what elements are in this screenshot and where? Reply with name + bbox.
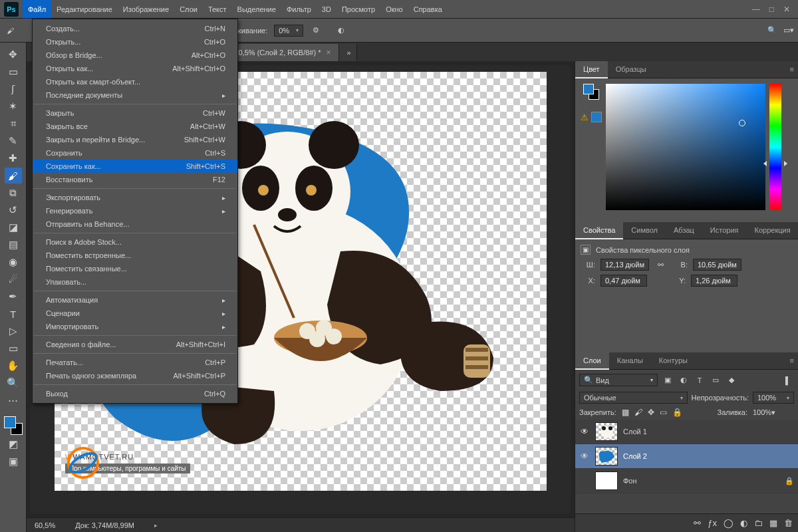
brush-preset-icon[interactable]: 🖌: [4, 25, 16, 37]
move-tool[interactable]: ✥: [5, 47, 22, 63]
tab-paths[interactable]: Контуры: [651, 352, 696, 369]
link-layers-icon[interactable]: ⚯: [694, 518, 701, 528]
file-menu-item[interactable]: Отправить на Behance...: [33, 217, 237, 231]
blur-tool[interactable]: ◉: [5, 254, 22, 270]
lasso-tool[interactable]: ʃ: [5, 81, 22, 97]
link-icon[interactable]: ⚯: [654, 261, 668, 269]
minimize-icon[interactable]: —: [752, 5, 760, 14]
color-field[interactable]: [606, 84, 765, 210]
maximize-icon[interactable]: □: [769, 5, 774, 14]
tab-swatches[interactable]: Образцы: [608, 61, 654, 78]
screen-mode-icon[interactable]: ▣: [5, 454, 22, 469]
quick-select-tool[interactable]: ✶: [5, 98, 22, 114]
menu-file[interactable]: Файл: [23, 0, 51, 18]
healing-tool[interactable]: ✚: [5, 150, 22, 166]
smoothing-field[interactable]: 0%▾: [274, 25, 303, 37]
file-menu-item[interactable]: Сведения о файле...Alt+Shift+Ctrl+I: [33, 338, 237, 351]
layer-name[interactable]: Фон: [623, 477, 637, 485]
menu-filter[interactable]: Фильтр: [281, 0, 317, 18]
layer-name[interactable]: Слой 1: [623, 428, 647, 436]
file-menu-item[interactable]: Печать одного экземпляраAlt+Shift+Ctrl+P: [33, 369, 237, 382]
filter-adjust-icon[interactable]: ◐: [678, 376, 690, 384]
file-menu-item[interactable]: Сохранить как...Shift+Ctrl+S: [33, 160, 237, 173]
tab-character[interactable]: Символ: [623, 222, 666, 239]
hand-tool[interactable]: ✋: [5, 358, 22, 374]
file-menu-item[interactable]: Открыть как смарт-объект...: [33, 75, 237, 88]
tab-close-icon[interactable]: ×: [326, 48, 331, 57]
file-menu-item[interactable]: Обзор в Bridge...Alt+Ctrl+O: [33, 49, 237, 62]
clone-tool[interactable]: ⧉: [5, 185, 22, 201]
lock-all-icon[interactable]: 🔒: [672, 408, 682, 417]
file-menu-item[interactable]: Создать...Ctrl+N: [33, 22, 237, 35]
eyedropper-tool[interactable]: ✎: [5, 133, 22, 149]
brush-tool[interactable]: 🖌: [5, 168, 22, 184]
layer-row[interactable]: 👁 Слой 2: [575, 444, 798, 469]
tab-paragraph[interactable]: Абзац: [666, 222, 702, 239]
workspace-icon[interactable]: ▭▾: [783, 26, 794, 35]
tab-overflow[interactable]: »: [339, 44, 357, 61]
layer-name[interactable]: Слой 2: [623, 452, 647, 460]
menu-text[interactable]: Текст: [203, 0, 232, 18]
menu-view[interactable]: Просмотр: [336, 0, 380, 18]
file-menu-item[interactable]: Открыть...Ctrl+O: [33, 35, 237, 49]
filter-toggle-icon[interactable]: ▌: [782, 376, 794, 384]
filter-pixel-icon[interactable]: ▣: [662, 376, 674, 384]
layer-filter-select[interactable]: 🔍Вид▾: [579, 374, 658, 386]
file-menu-item[interactable]: Закрыть и перейти в Bridge...Shift+Ctrl+…: [33, 133, 237, 146]
file-menu-item[interactable]: Открыть как...Alt+Shift+Ctrl+O: [33, 62, 237, 75]
tab-color[interactable]: Цвет: [575, 61, 608, 78]
file-menu-item[interactable]: Печатать...Ctrl+P: [33, 356, 237, 369]
group-icon[interactable]: 🗀: [754, 518, 763, 528]
crop-tool[interactable]: ⌗: [5, 116, 22, 132]
lock-artboard-icon[interactable]: ▭: [660, 408, 667, 417]
visibility-icon[interactable]: 👁: [579, 452, 590, 461]
height-field[interactable]: 10,65 дюйм: [693, 259, 741, 271]
file-menu-item[interactable]: ВыходCtrl+Q: [33, 387, 237, 400]
panel-menu-icon[interactable]: ≡: [786, 61, 798, 78]
lock-paint-icon[interactable]: 🖌: [634, 408, 642, 417]
marquee-tool[interactable]: ▭: [5, 64, 22, 80]
visibility-icon[interactable]: 👁: [579, 427, 590, 436]
type-tool[interactable]: T: [5, 306, 22, 322]
menu-edit[interactable]: Редактирование: [51, 0, 118, 18]
menu-3d[interactable]: 3D: [317, 0, 336, 18]
filter-smart-icon[interactable]: ◆: [726, 376, 737, 384]
nearest-color-chip[interactable]: [591, 112, 602, 122]
shape-tool[interactable]: ▭: [5, 340, 22, 356]
file-menu-item[interactable]: ЗакрытьCtrl+W: [33, 106, 237, 120]
tab-adjustments[interactable]: Коррекция: [747, 222, 798, 239]
adjustment-icon[interactable]: ◐: [740, 518, 747, 528]
layer-fill-field[interactable]: 100%▾: [753, 408, 794, 417]
more-tools[interactable]: ⋯: [5, 392, 22, 408]
layer-row[interactable]: Фон 🔒: [575, 469, 798, 493]
lock-trans-icon[interactable]: ▩: [622, 408, 629, 417]
menu-help[interactable]: Справка: [408, 0, 448, 18]
layer-row[interactable]: 👁 Слой 1: [575, 420, 798, 444]
smoothing-gear-icon[interactable]: ⚙: [310, 25, 322, 37]
pressure-size-icon[interactable]: ◐: [335, 25, 347, 37]
path-select-tool[interactable]: ▷: [5, 323, 22, 339]
tab-channels[interactable]: Каналы: [609, 352, 651, 369]
color-swatches[interactable]: [4, 416, 23, 435]
quick-mask-icon[interactable]: ◩: [5, 436, 22, 452]
filter-shape-icon[interactable]: ▭: [710, 376, 722, 384]
menu-image[interactable]: Изображение: [118, 0, 174, 18]
menu-window[interactable]: Окно: [380, 0, 408, 18]
zoom-level[interactable]: 60,5%: [35, 521, 55, 529]
x-field[interactable]: 0,47 дюйм: [600, 275, 647, 287]
pen-tool[interactable]: ✒: [5, 289, 22, 305]
panel-menu-icon[interactable]: ≡: [786, 352, 798, 369]
file-menu-item[interactable]: Генерировать: [33, 204, 237, 217]
file-menu-item[interactable]: Закрыть всеAlt+Ctrl+W: [33, 120, 237, 133]
file-menu-item[interactable]: Автоматизация: [33, 293, 237, 307]
file-menu-item[interactable]: СохранитьCtrl+S: [33, 146, 237, 160]
mini-swatches[interactable]: [583, 84, 599, 100]
tab-properties[interactable]: Свойства: [575, 222, 623, 239]
menu-layers[interactable]: Слои: [174, 0, 203, 18]
tab-layers[interactable]: Слои: [575, 352, 609, 370]
history-brush-tool[interactable]: ↺: [5, 202, 22, 218]
dodge-tool[interactable]: ☄: [5, 271, 22, 287]
filter-type-icon[interactable]: T: [694, 376, 706, 384]
width-field[interactable]: 12,13 дюйм: [600, 259, 649, 271]
fx-icon[interactable]: ƒx: [708, 518, 717, 528]
